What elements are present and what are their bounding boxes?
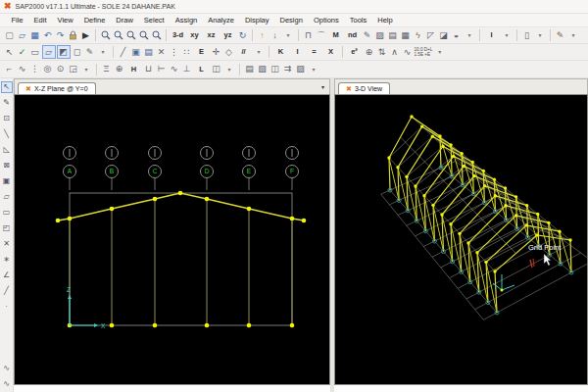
- tab-xz-plane[interactable]: ✖ X-Z Plane @ Y=0: [18, 82, 96, 94]
- load-display[interactable]: 10.0 D+L 1.5E +E: [415, 46, 433, 59]
- redo-button[interactable]: ↷: [55, 29, 67, 42]
- display-options-button[interactable]: ⊙: [55, 63, 67, 75]
- draw-frame-tool[interactable]: ╲: [1, 128, 13, 140]
- copy-button[interactable]: ▣: [130, 46, 142, 59]
- reshape-select-button[interactable]: ✓: [17, 46, 28, 59]
- area-section-dropdown[interactable]: ▾: [534, 29, 546, 42]
- undo-button[interactable]: ↶: [42, 29, 54, 42]
- draw-braces-button[interactable]: ⌒: [316, 29, 327, 42]
- divide-frames-button[interactable]: //: [236, 46, 252, 59]
- menu-design[interactable]: Design: [274, 16, 308, 24]
- frame-section-dropdown[interactable]: ▾: [501, 29, 513, 42]
- show-forces-button[interactable]: ⋮: [29, 63, 41, 75]
- view-3d-button[interactable]: 3-d: [171, 29, 186, 42]
- menu-edit[interactable]: Edit: [28, 16, 52, 24]
- view-xz-button[interactable]: xz: [204, 29, 220, 42]
- rotate-view-button[interactable]: ↻: [237, 29, 249, 42]
- frame-labels-button[interactable]: I: [290, 46, 306, 59]
- assign-area-button[interactable]: ▤: [387, 29, 399, 42]
- draw-nd-button[interactable]: nd: [345, 29, 361, 42]
- frame-section-I-button[interactable]: I: [484, 29, 500, 42]
- xz-plane-canvas[interactable]: ABCDEFZX: [14, 94, 330, 385]
- paste-button[interactable]: ▤: [143, 46, 155, 59]
- zoom-full-button[interactable]: [113, 29, 124, 42]
- draw-secondary-beams-tool[interactable]: ▣: [1, 175, 13, 187]
- pointer-tool[interactable]: ↖: [1, 81, 13, 93]
- zoom-rubber-band-button[interactable]: [100, 29, 112, 42]
- swap-button[interactable]: ⇅: [376, 46, 388, 59]
- 3d-view-canvas[interactable]: Grid Point: [334, 94, 588, 385]
- assign-springs-button[interactable]: ⊕: [114, 63, 125, 75]
- design-steel-button[interactable]: ▤: [244, 63, 256, 75]
- joint-labels-button[interactable]: K: [273, 46, 289, 59]
- open-model-button[interactable]: ▱: [17, 29, 28, 42]
- menu-analyze[interactable]: Analyze: [203, 16, 240, 24]
- area-section-button[interactable]: ▯: [521, 29, 533, 42]
- assign-joint-button[interactable]: ✎: [362, 29, 373, 42]
- extrude-button[interactable]: ◇: [223, 46, 235, 59]
- assign-restraints-button[interactable]: Ξ: [101, 63, 113, 75]
- design-more-dropdown[interactable]: ▾: [308, 63, 319, 75]
- draw-frame-button[interactable]: ⊓: [303, 29, 315, 42]
- spectrum-tool-1[interactable]: ∿: [1, 363, 13, 374]
- spectrum-button[interactable]: ∿: [402, 46, 414, 59]
- show-modes-button[interactable]: ◎: [42, 63, 54, 75]
- view-xy-button[interactable]: xy: [187, 29, 203, 42]
- tab-3d-view[interactable]: ✖ 3-D View: [338, 82, 390, 94]
- draw-quick-frame-tool[interactable]: ◺: [1, 144, 13, 156]
- design-combos-button[interactable]: ◫: [270, 63, 281, 75]
- menu-define[interactable]: Define: [78, 16, 111, 24]
- view-more-dropdown[interactable]: ▾: [282, 29, 294, 42]
- row2-more-dropdown[interactable]: ▾: [434, 46, 446, 59]
- menu-tools[interactable]: Tools: [344, 16, 372, 24]
- draw-joint-tool[interactable]: ⊡: [1, 113, 13, 124]
- snap-fine-grid-tool[interactable]: ·: [1, 301, 13, 313]
- object-shrink-button[interactable]: ◲: [68, 63, 79, 75]
- move-down-in-list-button[interactable]: ↓: [270, 29, 281, 42]
- draw-braces-tool[interactable]: ⊠: [1, 160, 13, 172]
- frame-releases-button[interactable]: ⊢: [156, 63, 168, 75]
- menu-display[interactable]: Display: [239, 16, 274, 24]
- save-model-button[interactable]: ▦: [29, 29, 41, 42]
- function-button[interactable]: ∧: [389, 46, 401, 59]
- zoom-previous-button[interactable]: [125, 29, 137, 42]
- rect-select-button[interactable]: ▭: [29, 46, 41, 59]
- paint-properties-button[interactable]: ✎: [555, 29, 566, 42]
- draw-poly-area-tool[interactable]: ▱: [1, 191, 13, 203]
- local-axes-button[interactable]: X: [323, 46, 339, 59]
- snap-midpoints-tool[interactable]: ∗: [1, 254, 13, 266]
- delete-button[interactable]: ✕: [156, 46, 168, 59]
- edit-lines-button[interactable]: E: [194, 46, 210, 59]
- show-deformed-button[interactable]: ∿: [17, 63, 28, 75]
- snap-lines-tool[interactable]: ╱: [1, 285, 13, 297]
- merge-button[interactable]: ╱: [118, 46, 129, 59]
- unlock-button[interactable]: ◪: [438, 29, 450, 42]
- draw-rect-area-tool[interactable]: ▭: [1, 207, 13, 219]
- run-now-button[interactable]: ϟ: [413, 29, 424, 42]
- reshape-tool[interactable]: ✎: [1, 97, 13, 109]
- move-up-in-list-button[interactable]: ↑: [257, 29, 269, 42]
- new-model-button[interactable]: ▢: [4, 29, 16, 42]
- zoom-in-button[interactable]: [138, 29, 150, 42]
- edit-more-dropdown[interactable]: ▾: [253, 46, 265, 59]
- design-concrete-button[interactable]: ▧: [257, 63, 269, 75]
- display-more-dropdown[interactable]: ▾: [80, 63, 92, 75]
- assign-local-axes-button[interactable]: L: [194, 63, 210, 75]
- assign-more-dropdown[interactable]: ▾: [223, 63, 235, 75]
- menu-options[interactable]: Options: [308, 16, 344, 24]
- move-button[interactable]: ✛: [211, 46, 222, 59]
- paint-properties-dropdown[interactable]: ▾: [567, 29, 579, 42]
- move-tool-button[interactable]: ⊕: [364, 46, 375, 59]
- draw-quick-area-tool[interactable]: ◰: [1, 222, 13, 234]
- zoom-out-button[interactable]: [151, 29, 163, 42]
- tab-scroll-icon[interactable]: ▾: [321, 83, 324, 90]
- lock-model-button[interactable]: [68, 29, 79, 42]
- show-tables-button[interactable]: ▦: [400, 29, 412, 42]
- assign-misc-button[interactable]: ◫: [211, 63, 222, 75]
- area-loads-button[interactable]: ⊥: [181, 63, 193, 75]
- menu-draw[interactable]: Draw: [111, 16, 139, 24]
- draw-developed-elev-button[interactable]: M: [328, 29, 344, 42]
- design-verify-button[interactable]: ▨: [295, 63, 307, 75]
- draw-more-dropdown[interactable]: ▾: [464, 29, 475, 42]
- menu-view[interactable]: View: [52, 16, 78, 24]
